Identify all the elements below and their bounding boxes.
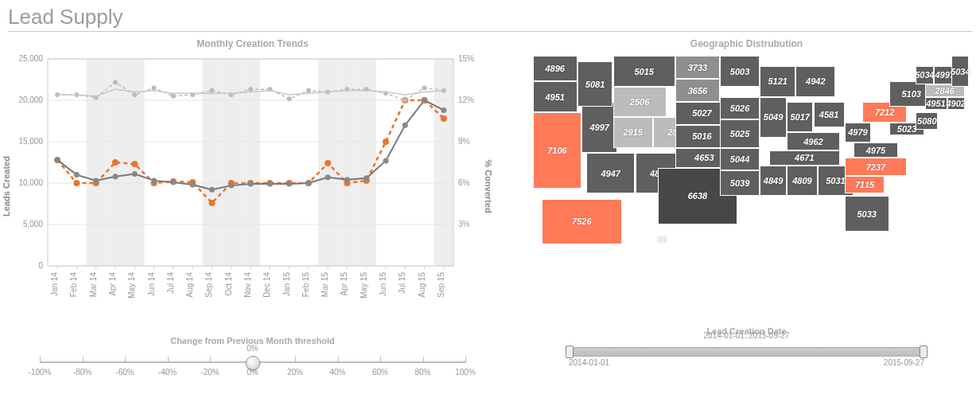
svg-point-95 — [132, 171, 138, 177]
state-nv[interactable]: 4997 — [581, 102, 617, 153]
page-title: Lead Supply — [8, 5, 972, 29]
svg-point-92 — [74, 172, 80, 178]
state-value: 4581 — [819, 110, 838, 119]
svg-text:Feb 15: Feb 15 — [301, 272, 310, 298]
state-id[interactable]: 5081 — [578, 61, 613, 107]
tick-label: -100% — [29, 368, 52, 377]
threshold-slider[interactable]: Change from Previous Month threshold 0% … — [8, 336, 497, 376]
range-handle-start[interactable] — [566, 345, 574, 358]
chart-title: Monthly Creation Trends — [8, 38, 497, 49]
svg-text:Mar 14: Mar 14 — [89, 272, 98, 298]
state-value: 2915 — [623, 127, 642, 137]
svg-point-116 — [132, 92, 137, 97]
tick-label: 60% — [372, 368, 388, 377]
state-wv[interactable]: 4979 — [845, 123, 872, 143]
svg-point-96 — [151, 178, 157, 183]
state-value: 4997 — [589, 123, 609, 132]
state-ar[interactable]: 5044 — [720, 148, 760, 171]
svg-text:3%: 3% — [458, 220, 470, 228]
state-ut[interactable]: 2915 — [613, 117, 653, 147]
svg-point-110 — [422, 98, 427, 103]
svg-point-124 — [287, 96, 292, 101]
state-wy[interactable]: 2506 — [613, 87, 667, 117]
state-mt[interactable]: 5015 — [613, 56, 675, 86]
state-value: 5049 — [764, 112, 783, 122]
state-nd[interactable]: 3733 — [675, 56, 720, 79]
range-handle-end[interactable] — [920, 345, 928, 358]
state-az[interactable]: 4947 — [586, 153, 636, 193]
state-ky[interactable]: 4962 — [787, 132, 840, 150]
state-or[interactable]: 4951 — [533, 81, 578, 111]
state-value: 4902 — [946, 99, 965, 108]
threshold-value-label: 0% — [247, 344, 258, 353]
state-ms[interactable]: 4849 — [760, 166, 787, 196]
date-range-slider[interactable]: Lead Creation Date 2014-01-01..2015-09-2… — [521, 326, 972, 365]
left-panel: Monthly Creation Trends Leads Created % … — [8, 35, 497, 376]
state-value: 5081 — [585, 80, 605, 89]
state-value: 4975 — [866, 146, 885, 155]
state-fl[interactable]: 5033 — [845, 196, 889, 232]
svg-text:Nov 14: Nov 14 — [243, 272, 252, 298]
state-me[interactable]: 5034 — [951, 56, 969, 86]
y-left-axis-label: Leads Created — [2, 156, 11, 217]
state-value: 96 — [657, 235, 667, 244]
svg-text:Dec 14: Dec 14 — [262, 272, 271, 298]
state-la[interactable]: 5039 — [720, 170, 760, 196]
state-mn[interactable]: 5003 — [720, 56, 760, 86]
svg-point-97 — [170, 179, 176, 185]
state-value: 3733 — [688, 63, 707, 72]
state-value: 5025 — [730, 129, 749, 139]
state-vt[interactable]: 5034 — [916, 66, 933, 84]
state-ri[interactable]: 4902 — [947, 97, 965, 110]
state-sd[interactable]: 3656 — [675, 79, 720, 102]
state-al[interactable]: 4809 — [787, 166, 818, 196]
state-wa[interactable]: 4896 — [533, 56, 578, 81]
state-ia[interactable]: 5026 — [720, 97, 760, 120]
svg-point-93 — [93, 178, 99, 183]
svg-point-130 — [402, 98, 407, 103]
svg-text:Feb 14: Feb 14 — [69, 272, 78, 298]
svg-text:Apr 15: Apr 15 — [340, 272, 348, 296]
state-mo[interactable]: 5025 — [720, 119, 760, 147]
svg-point-102 — [267, 181, 273, 187]
state-in[interactable]: 5017 — [787, 102, 814, 132]
state-va[interactable]: 4975 — [854, 142, 898, 158]
state-ca[interactable]: 7106 — [533, 112, 582, 189]
svg-text:15,000: 15,000 — [18, 137, 43, 146]
tick-label: -20% — [200, 368, 219, 377]
state-oh[interactable]: 4581 — [814, 102, 845, 127]
state-value: 5033 — [857, 209, 876, 219]
state-ct[interactable]: 4951 — [925, 97, 947, 110]
state-mi[interactable]: 4942 — [795, 66, 835, 96]
svg-text:Jul 14: Jul 14 — [166, 272, 175, 294]
state-value: 5080 — [917, 116, 936, 126]
svg-point-120 — [209, 88, 214, 93]
state-nc[interactable]: 7237 — [845, 158, 907, 175]
state-tn[interactable]: 4671 — [769, 150, 841, 166]
svg-text:25,000: 25,000 — [18, 54, 43, 63]
state-value: 4951 — [545, 92, 564, 102]
state-value: 4849 — [764, 176, 783, 185]
state-value: 4809 — [792, 176, 811, 185]
svg-point-117 — [152, 85, 157, 90]
us-map[interactable]: 4896495171064997508150152506291528564947… — [524, 51, 970, 306]
svg-point-90 — [441, 115, 447, 122]
state-il[interactable]: 5049 — [760, 97, 787, 138]
tick-label: 100% — [455, 368, 476, 377]
state-value: 4671 — [795, 153, 814, 162]
range-end-label: 2015-09-27 — [884, 358, 924, 367]
svg-text:0: 0 — [38, 261, 43, 270]
svg-point-103 — [286, 181, 292, 187]
line-chart[interactable]: Leads Created % Converted 05,00010,00015… — [8, 51, 485, 322]
state-hi[interactable]: 96 — [640, 229, 684, 250]
state-value: 5015 — [634, 67, 653, 76]
state-value: 5103 — [901, 89, 920, 99]
range-bar — [569, 347, 924, 357]
state-sc[interactable]: 7115 — [845, 176, 885, 193]
svg-text:Jul 15: Jul 15 — [398, 272, 406, 294]
state-nj[interactable]: 5080 — [916, 112, 938, 130]
state-ak[interactable]: 7526 — [542, 199, 622, 245]
tick-label: 40% — [329, 368, 345, 377]
slider-thumb[interactable] — [246, 356, 260, 370]
state-wi[interactable]: 5121 — [760, 66, 795, 96]
